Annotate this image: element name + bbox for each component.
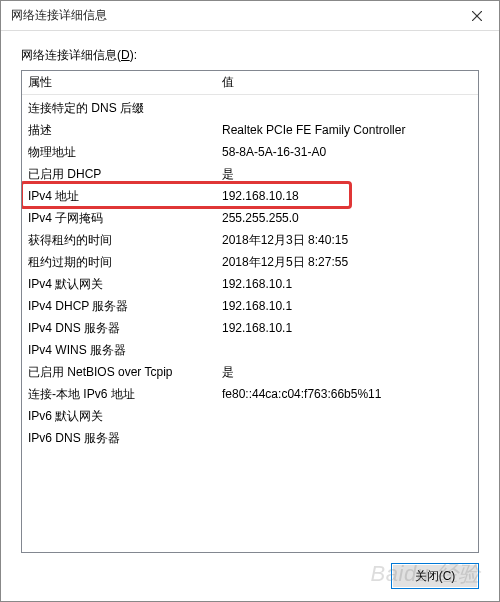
row-property: 描述 [22,122,218,139]
row-property: IPv6 默认网关 [22,408,218,425]
row-value: Realtek PCIe FE Family Controller [218,123,478,137]
row-property: 已启用 NetBIOS over Tcpip [22,364,218,381]
titlebar: 网络连接详细信息 [1,1,499,31]
row-value: 58-8A-5A-16-31-A0 [218,145,478,159]
table-row[interactable]: 连接特定的 DNS 后缀 [22,97,478,119]
table-row[interactable]: IPv4 DNS 服务器192.168.10.1 [22,317,478,339]
row-property: IPv4 子网掩码 [22,210,218,227]
window-close-button[interactable] [455,1,499,31]
row-property: 连接-本地 IPv6 地址 [22,386,218,403]
row-property: IPv4 DNS 服务器 [22,320,218,337]
row-value: 192.168.10.1 [218,299,478,313]
table-row[interactable]: 物理地址58-8A-5A-16-31-A0 [22,141,478,163]
table-row[interactable]: IPv6 默认网关 [22,405,478,427]
close-icon [472,11,482,21]
table-row[interactable]: 租约过期的时间2018年12月5日 8:27:55 [22,251,478,273]
row-property: IPv6 DNS 服务器 [22,430,218,447]
row-property: IPv4 DHCP 服务器 [22,298,218,315]
table-row[interactable]: IPv4 WINS 服务器 [22,339,478,361]
content-area: 网络连接详细信息(D): 属性 值 连接特定的 DNS 后缀描述Realtek … [1,31,499,601]
row-value: 255.255.255.0 [218,211,478,225]
row-value: 192.168.10.18 [218,189,478,203]
row-property: 连接特定的 DNS 后缀 [22,100,218,117]
row-value: 是 [218,364,478,381]
table-row[interactable]: IPv4 DHCP 服务器192.168.10.1 [22,295,478,317]
row-value: 192.168.10.1 [218,321,478,335]
table-row[interactable]: 获得租约的时间2018年12月3日 8:40:15 [22,229,478,251]
section-label: 网络连接详细信息(D): [21,47,479,64]
table-row[interactable]: 连接-本地 IPv6 地址fe80::44ca:c04:f763:66b5%11 [22,383,478,405]
row-property: IPv4 默认网关 [22,276,218,293]
list-header: 属性 值 [22,71,478,95]
row-property: 获得租约的时间 [22,232,218,249]
table-row[interactable]: 已启用 NetBIOS over Tcpip是 [22,361,478,383]
row-value: 192.168.10.1 [218,277,478,291]
rows-container: 连接特定的 DNS 后缀描述Realtek PCIe FE Family Con… [22,95,478,449]
row-value: 2018年12月5日 8:27:55 [218,254,478,271]
table-row[interactable]: IPv4 地址192.168.10.18 [22,185,478,207]
row-value: fe80::44ca:c04:f763:66b5%11 [218,387,478,401]
header-property[interactable]: 属性 [22,74,218,91]
row-property: IPv4 WINS 服务器 [22,342,218,359]
header-value[interactable]: 值 [218,74,478,91]
row-property: 物理地址 [22,144,218,161]
table-row[interactable]: 描述Realtek PCIe FE Family Controller [22,119,478,141]
row-property: 已启用 DHCP [22,166,218,183]
button-row: 关闭(C) [21,553,479,589]
row-property: IPv4 地址 [22,188,218,205]
table-row[interactable]: IPv4 默认网关192.168.10.1 [22,273,478,295]
table-row[interactable]: IPv6 DNS 服务器 [22,427,478,449]
row-value: 2018年12月3日 8:40:15 [218,232,478,249]
window-title: 网络连接详细信息 [11,7,455,24]
table-row[interactable]: IPv4 子网掩码255.255.255.0 [22,207,478,229]
close-button[interactable]: 关闭(C) [391,563,479,589]
row-property: 租约过期的时间 [22,254,218,271]
table-row[interactable]: 已启用 DHCP是 [22,163,478,185]
dialog-window: 网络连接详细信息 网络连接详细信息(D): 属性 值 连接特定的 DNS 后缀描… [0,0,500,602]
details-listbox[interactable]: 属性 值 连接特定的 DNS 后缀描述Realtek PCIe FE Famil… [21,70,479,553]
row-value: 是 [218,166,478,183]
